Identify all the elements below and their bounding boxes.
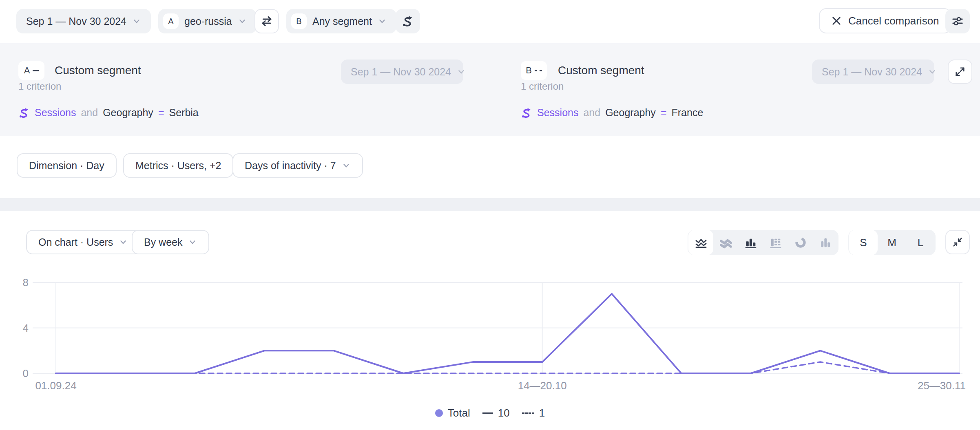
expand-segment-b-button[interactable] (948, 60, 972, 84)
segment-a-selector[interactable]: A geo-russia (158, 9, 257, 33)
on-chart-metric-dropdown[interactable]: On chart · Users (26, 230, 140, 254)
chart-size-l[interactable]: L (906, 230, 935, 255)
segment-a-date-range[interactable]: Sep 1 — Nov 30 2024 (341, 60, 463, 84)
date-range-selector[interactable]: Sep 1 — Nov 30 2024 (16, 9, 151, 33)
legend-solid-value: 10 (498, 407, 510, 419)
segment-a-criterion[interactable]: Sessions and Geography = Serbia (18, 107, 199, 119)
swap-icon (261, 15, 273, 27)
segment-b-letter: B (526, 65, 532, 76)
segment-a-criteria-count: 1 criterion (18, 81, 61, 92)
segment-a-panel-badge: A (18, 61, 44, 80)
segment-b-criterion[interactable]: Sessions and Geography = France (521, 107, 703, 119)
svg-text:8: 8 (23, 276, 29, 289)
criterion-conjunction: and (81, 107, 98, 119)
criterion-conjunction: and (583, 107, 600, 119)
column-chart-icon[interactable] (738, 230, 763, 255)
close-icon (831, 15, 842, 26)
chevron-down-icon (378, 17, 387, 26)
chart-size-m[interactable]: M (878, 230, 906, 255)
svg-text:0: 0 (23, 367, 29, 379)
segment-s-icon (402, 15, 414, 27)
stacked-column-chart-icon[interactable] (763, 230, 788, 255)
criterion-field: Geography (605, 107, 656, 119)
segment-b-title: Custom segment (558, 61, 644, 80)
chevron-down-icon (119, 238, 128, 247)
criterion-operator: = (158, 107, 164, 119)
criterion-operator: = (661, 107, 667, 119)
date-range-label: Sep 1 — Nov 30 2024 (26, 15, 126, 27)
chevron-down-icon (238, 17, 247, 26)
segment-s-icon (18, 107, 30, 119)
legend-series-solid[interactable]: 10 (482, 407, 510, 419)
segment-a-date-label: Sep 1 — Nov 30 2024 (351, 66, 451, 78)
solid-line-sample (482, 412, 493, 414)
donut-chart-icon[interactable] (788, 230, 813, 255)
segment-b-date-range[interactable]: Sep 1 — Nov 30 2024 (812, 60, 934, 84)
dimension-chip-label: Dimension · Day (29, 160, 104, 172)
criterion-value: France (671, 107, 703, 119)
segment-a-badge: A (163, 13, 179, 29)
dimension-chip[interactable]: Dimension · Day (17, 153, 117, 178)
expand-icon (954, 66, 966, 77)
segmentation-button[interactable] (396, 9, 420, 33)
segment-b-selector[interactable]: B Any segment (286, 9, 396, 33)
metrics-chip-label: Metrics · Users, +2 (135, 160, 221, 172)
metrics-chip[interactable]: Metrics · Users, +2 (123, 153, 233, 178)
chevron-down-icon (457, 67, 466, 76)
chevron-down-icon (132, 17, 141, 26)
chart-size-switcher: S M L (848, 230, 936, 255)
criterion-metric: Sessions (537, 107, 578, 119)
chart-type-toolbar (688, 230, 838, 255)
settings-button[interactable] (945, 9, 970, 33)
inactivity-chip[interactable]: Days of inactivity · 7 (232, 153, 363, 178)
segment-b-date-label: Sep 1 — Nov 30 2024 (822, 66, 922, 78)
segment-a-title: Custom segment (55, 61, 141, 80)
segments-comparison-band: A Custom segment 1 criterion Sep 1 — Nov… (0, 43, 980, 136)
inactivity-chip-label: Days of inactivity · 7 (245, 160, 336, 172)
segment-a-letter: A (24, 65, 30, 76)
chart-size-s[interactable]: S (849, 230, 878, 255)
cancel-comparison-button[interactable]: Cancel comparison (819, 8, 951, 33)
criterion-field: Geography (103, 107, 153, 119)
chart-canvas[interactable]: 04801.09.2414—20.1025—30.11 (0, 261, 980, 397)
dashed-line-sample (522, 412, 534, 414)
criterion-metric: Sessions (35, 107, 76, 119)
segment-s-icon (521, 107, 532, 119)
analytics-comparison-page: Sep 1 — Nov 30 2024 A geo-russia B Any s… (0, 0, 980, 430)
dashed-line-mark (535, 70, 542, 71)
sliders-icon (951, 15, 964, 27)
top-toolbar: Sep 1 — Nov 30 2024 A geo-russia B Any s… (0, 0, 980, 43)
svg-text:4: 4 (23, 322, 29, 334)
collapse-icon (952, 236, 963, 248)
chevron-down-icon (342, 161, 351, 170)
chevron-down-icon (928, 67, 937, 76)
segment-b-panel-badge: B (521, 61, 547, 80)
legend-dot-icon (435, 409, 443, 417)
segment-a-label: geo-russia (184, 15, 232, 27)
granularity-dropdown[interactable]: By week (132, 230, 209, 254)
svg-text:14—20.10: 14—20.10 (518, 379, 567, 392)
line-chart-icon[interactable] (688, 230, 713, 255)
criterion-value: Serbia (169, 107, 198, 119)
on-chart-metric-label: On chart · Users (38, 236, 113, 248)
segment-b-criteria-count: 1 criterion (521, 81, 564, 92)
segment-b-label: Any segment (312, 15, 372, 27)
segment-b-badge: B (291, 13, 307, 29)
legend-series-dashed[interactable]: 1 (522, 407, 545, 419)
histogram-chart-icon[interactable] (813, 230, 838, 255)
granularity-label: By week (144, 236, 182, 248)
cancel-comparison-label: Cancel comparison (848, 15, 939, 27)
solid-line-mark (33, 70, 39, 71)
legend-dashed-value: 1 (539, 407, 545, 419)
svg-text:01.09.24: 01.09.24 (35, 379, 76, 392)
collapse-chart-button[interactable] (945, 230, 970, 254)
chart-legend: Total 10 1 (0, 407, 980, 419)
stacked-area-chart-icon[interactable] (713, 230, 738, 255)
section-divider (0, 198, 980, 211)
chevron-down-icon (188, 238, 197, 247)
svg-text:25—30.11: 25—30.11 (918, 379, 966, 392)
swap-segments-button[interactable] (254, 9, 279, 33)
legend-total[interactable]: Total (435, 407, 470, 419)
legend-total-label: Total (448, 407, 470, 419)
